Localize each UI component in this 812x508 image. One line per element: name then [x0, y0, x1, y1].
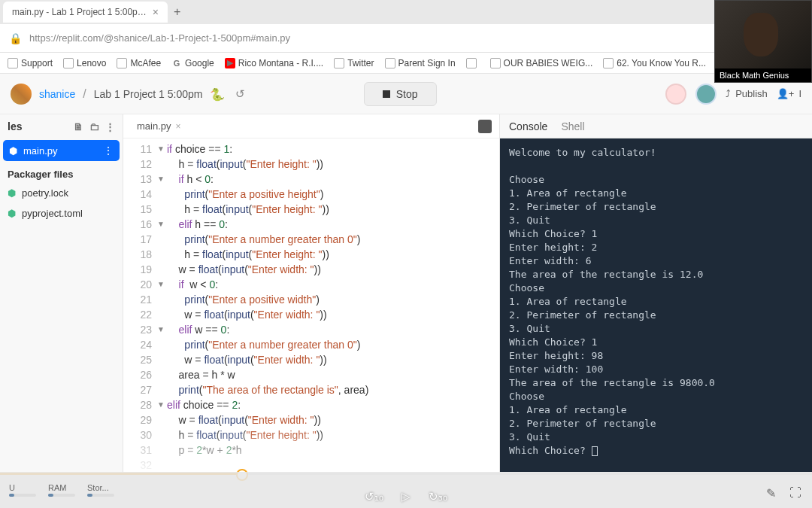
- bookmark-icon: [490, 58, 501, 68]
- fold-icon[interactable]: ▼: [155, 322, 167, 337]
- fold-icon[interactable]: [155, 352, 167, 367]
- avatar[interactable]: [11, 84, 32, 105]
- code-line[interactable]: 13▼ if h < 0:: [123, 172, 499, 187]
- code-line[interactable]: 11▼if choice == 1:: [123, 141, 499, 157]
- metric-bar: [48, 494, 75, 497]
- new-folder-icon[interactable]: 🗀: [89, 121, 99, 132]
- code-text: print("The area of the rectangle is", ar…: [167, 382, 368, 397]
- stop-button[interactable]: Stop: [364, 82, 437, 106]
- fold-icon[interactable]: [155, 307, 167, 322]
- file-item-main[interactable]: ⬢ main.py ⋮: [3, 140, 120, 161]
- collaborator-avatar-2[interactable]: [695, 84, 717, 105]
- fold-icon[interactable]: [155, 232, 167, 247]
- code-line[interactable]: 12 h = float(input("Enter height: ")): [123, 157, 499, 172]
- editor-tab-main[interactable]: main.py ×: [131, 120, 187, 132]
- code-text: if w < 0:: [167, 277, 218, 292]
- code-line[interactable]: 17 print("Enter a number greater than 0"…: [123, 232, 499, 247]
- collaborator-avatar-1[interactable]: [665, 84, 686, 105]
- fold-icon[interactable]: [155, 382, 167, 397]
- fold-icon[interactable]: [155, 427, 167, 443]
- fold-icon[interactable]: ▼: [155, 277, 167, 292]
- code-line[interactable]: 16▼ elif h == 0:: [123, 217, 499, 232]
- code-line[interactable]: 28▼elif choice == 2:: [123, 397, 499, 412]
- fold-icon[interactable]: ▼: [155, 217, 167, 232]
- bookmark-item[interactable]: Parent Sign In: [382, 56, 459, 70]
- code-line[interactable]: 20▼ if w < 0:: [123, 277, 499, 292]
- url-text[interactable]: https://replit.com/@shanice/Lab-1-Projec…: [29, 32, 745, 44]
- play-icon[interactable]: ▷: [401, 490, 411, 503]
- code-line[interactable]: 23▼ elif w == 0:: [123, 322, 499, 337]
- line-number: 29: [123, 412, 155, 427]
- code-line[interactable]: 31 p = 2*w + 2*h: [123, 443, 499, 458]
- bookmark-item[interactable]: Support: [5, 56, 56, 70]
- fullscreen-icon[interactable]: ⛶: [789, 486, 801, 500]
- editor-tab-label: main.py: [137, 120, 171, 132]
- bookmark-item[interactable]: OUR BABIES WEIG...: [487, 56, 596, 70]
- fold-icon[interactable]: [155, 262, 167, 277]
- fold-icon[interactable]: [155, 157, 167, 172]
- code-line[interactable]: 18 h = float(input("Enter height: ")): [123, 247, 499, 262]
- fold-icon[interactable]: ▼: [155, 141, 167, 157]
- tab-console[interactable]: Console: [509, 120, 547, 132]
- forward-icon[interactable]: ↻₃₀: [429, 490, 447, 503]
- close-icon[interactable]: ×: [153, 6, 159, 18]
- close-icon[interactable]: ×: [176, 121, 181, 132]
- code-line[interactable]: 24 print("Enter a number greater than 0"…: [123, 337, 499, 352]
- bookmark-item[interactable]: 62. You Know You R...: [600, 56, 709, 70]
- bookmark-item[interactable]: Lenovo: [60, 56, 109, 70]
- code-line[interactable]: 29 w = float(input("Enter width: ")): [123, 412, 499, 427]
- fold-icon[interactable]: [155, 412, 167, 427]
- code-line[interactable]: 30 h = float(input("Enter height: ")): [123, 427, 499, 443]
- code-line[interactable]: 22 w = float(input("Enter width: ")): [123, 307, 499, 322]
- edit-icon[interactable]: ✎: [766, 486, 776, 500]
- console-output[interactable]: Welcome to my calculator! Choose 1. Area…: [500, 138, 812, 472]
- publish-button[interactable]: ⤴ Publish: [726, 88, 768, 99]
- fold-icon[interactable]: ▼: [155, 397, 167, 412]
- fold-icon[interactable]: [155, 292, 167, 307]
- file-menu-icon[interactable]: ⋮: [103, 144, 114, 157]
- file-item[interactable]: ⬢pyproject.toml: [0, 203, 123, 224]
- bookmark-item[interactable]: McAfee: [114, 56, 164, 70]
- code-line[interactable]: 19 w = float(input("Enter width: ")): [123, 262, 499, 277]
- code-line[interactable]: 15 h = float(input("Enter height: ")): [123, 202, 499, 217]
- fold-icon[interactable]: ▼: [155, 172, 167, 187]
- bookmark-item[interactable]: GGoogle: [168, 56, 217, 70]
- bookmark-item[interactable]: [463, 56, 483, 70]
- video-pip[interactable]: Black Math Genius: [714, 0, 812, 83]
- rewind-icon[interactable]: ↺₁₀: [365, 490, 383, 503]
- new-file-icon[interactable]: 🗎: [74, 121, 83, 132]
- fold-icon[interactable]: [155, 247, 167, 262]
- code-line[interactable]: 14 print("Enter a positive height"): [123, 187, 499, 202]
- code-area[interactable]: 11▼if choice == 1:12 h = float(input("En…: [123, 138, 499, 472]
- bookmark-icon: [117, 58, 127, 68]
- fold-icon[interactable]: [155, 187, 167, 202]
- bookmark-icon: [466, 58, 477, 68]
- file-item[interactable]: ⬢poetry.lock: [0, 183, 123, 203]
- fold-icon[interactable]: [155, 458, 167, 472]
- code-text: print("Enter a positive width"): [167, 292, 320, 307]
- code-line[interactable]: 32: [123, 458, 499, 472]
- fold-icon[interactable]: [155, 337, 167, 352]
- new-tab-button[interactable]: +: [174, 5, 180, 19]
- bookmark-label: Google: [185, 58, 214, 68]
- breadcrumb-user[interactable]: shanice: [39, 88, 75, 100]
- code-line[interactable]: 25 w = float(input("Enter width: ")): [123, 352, 499, 367]
- metric: U: [9, 483, 36, 497]
- invite-button[interactable]: 👤+ I: [777, 88, 801, 99]
- code-line[interactable]: 21 print("Enter a positive width"): [123, 292, 499, 307]
- code-line[interactable]: 26 area = h * w: [123, 367, 499, 382]
- browser-tab[interactable]: main.py - Lab 1 Project 1 5:00p… ×: [3, 2, 168, 23]
- layout-icon[interactable]: [478, 120, 492, 133]
- bookmark-item[interactable]: Twitter: [331, 56, 377, 70]
- code-line[interactable]: 27 print("The area of the rectangle is",…: [123, 382, 499, 397]
- bookmark-item[interactable]: ▶Rico Montana - R.I....: [222, 56, 326, 70]
- fold-icon[interactable]: [155, 202, 167, 217]
- tab-shell[interactable]: Shell: [561, 120, 584, 132]
- fold-icon[interactable]: [155, 367, 167, 382]
- file-name: pyproject.toml: [22, 208, 83, 219]
- history-icon[interactable]: ↺: [235, 87, 245, 101]
- breadcrumb-project[interactable]: Lab 1 Project 1 5:00pm: [94, 88, 203, 100]
- metric-label: Stor...: [87, 483, 114, 492]
- more-icon[interactable]: ⋮: [105, 121, 115, 132]
- fold-icon[interactable]: [155, 443, 167, 458]
